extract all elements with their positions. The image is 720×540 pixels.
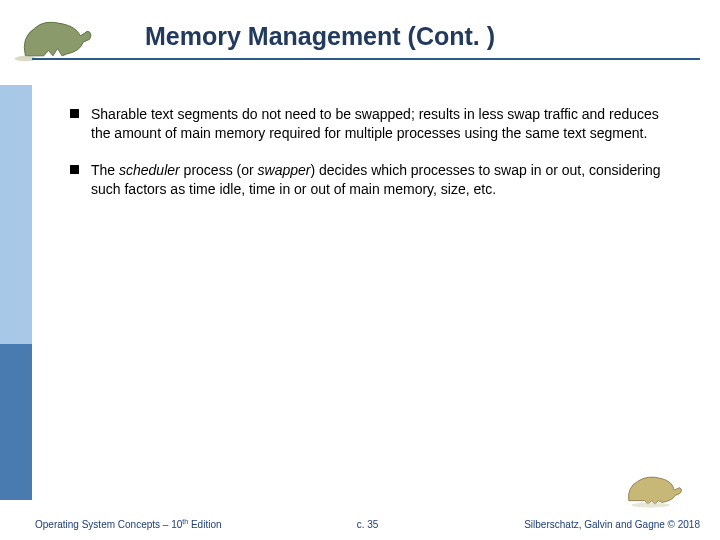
header-underline (32, 58, 700, 60)
bullet-text-italic: scheduler (119, 162, 184, 178)
bullet-text-segment: The (91, 162, 119, 178)
slide-title: Memory Management (Cont. ) (145, 22, 495, 51)
dinosaur-logo-bottom-icon (620, 465, 690, 510)
bullet-text-segment: process (or (184, 162, 258, 178)
sidebar-segment-light (0, 85, 32, 344)
bullet-text: Sharable text segments do not need to be… (91, 105, 680, 143)
slide-footer: Operating System Concepts – 10th Edition… (35, 518, 700, 530)
dinosaur-logo-top-icon (10, 10, 105, 65)
bullet-text: The scheduler process (or swapper) decid… (91, 161, 680, 199)
bullet-square-icon (70, 109, 79, 118)
bullet-square-icon (70, 165, 79, 174)
bullet-item: Sharable text segments do not need to be… (70, 105, 680, 143)
bullet-text-segment: Sharable text segments do not need to be… (91, 106, 659, 141)
footer-book-title: Operating System Concepts – 10 (35, 519, 182, 530)
footer-copyright: Silberschatz, Galvin and Gagne © 2018 (524, 519, 700, 530)
footer-left: Operating System Concepts – 10th Edition (35, 518, 222, 530)
svg-point-1 (631, 502, 670, 507)
footer-edition-label: Edition (188, 519, 221, 530)
bullet-item: The scheduler process (or swapper) decid… (70, 161, 680, 199)
sidebar-accent (0, 85, 32, 500)
slide-content: Sharable text segments do not need to be… (70, 105, 680, 217)
sidebar-segment-dark (0, 344, 32, 500)
footer-page-number: c. 35 (357, 519, 379, 530)
bullet-text-italic: swapper (258, 162, 311, 178)
slide-header: Memory Management (Cont. ) (0, 0, 720, 70)
